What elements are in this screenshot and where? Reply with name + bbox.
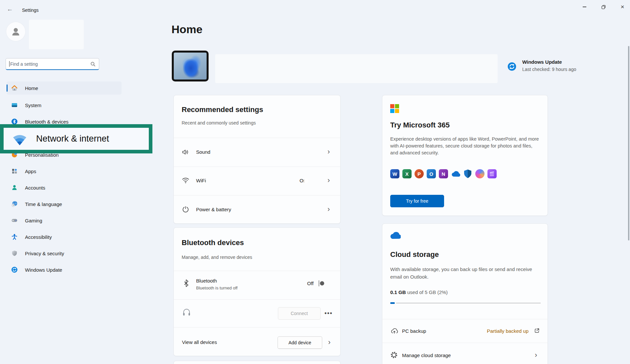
annotation-highlight-network-internet[interactable]: Network & internet <box>0 124 152 153</box>
scrollbar[interactable] <box>628 46 629 240</box>
windows-update-status-detail: Last checked: 9 hours ago <box>522 67 576 72</box>
minimize-button[interactable] <box>577 1 592 12</box>
system-icon <box>11 102 18 108</box>
windows-update-status-title[interactable]: Windows Update <box>522 59 562 65</box>
microsoft-365-card: Try Microsoft 365 Experience desktop ver… <box>382 95 548 216</box>
bluetooth-state-label: Off <box>307 281 314 286</box>
row-label: Sound <box>196 149 210 155</box>
card-title: Try Microsoft 365 <box>390 121 450 129</box>
window-title: Settings <box>22 8 39 13</box>
connect-button[interactable]: Connect <box>278 307 321 320</box>
word-icon: W <box>390 169 399 178</box>
storage-progress-fill <box>390 302 395 304</box>
sidebar-item-label: Apps <box>25 169 36 174</box>
row-label: PC backup <box>402 328 426 334</box>
settings-window: ← Settings × <box>0 0 630 364</box>
cloud-storage-card: Cloud storage With available storage, yo… <box>382 223 548 364</box>
storage-usage-text: 0.1 GB used of 5 GB (2%) <box>390 289 448 295</box>
power-battery-row[interactable]: Power & battery › <box>174 195 340 224</box>
sidebar-item-time-language[interactable]: Time & language <box>7 197 122 211</box>
device-wallpaper-thumbnail <box>172 51 209 81</box>
sidebar-item-system[interactable]: System <box>7 99 122 112</box>
accessibility-icon <box>11 234 18 240</box>
pc-backup-row[interactable]: PC backup Partially backed up <box>382 319 548 343</box>
chevron-right-icon: › <box>535 352 537 358</box>
sidebar-item-windows-update[interactable]: Windows Update <box>7 263 122 276</box>
sidebar-item-label: Bluetooth & devices <box>25 119 69 125</box>
sidebar-item-privacy-security[interactable]: Privacy & security <box>7 247 122 260</box>
bluetooth-toggle[interactable] <box>319 280 319 286</box>
row-label: Bluetooth <box>196 278 217 284</box>
bluetooth-toggle-row[interactable]: Bluetooth Bluetooth is turned off Off <box>174 271 340 299</box>
storage-used-value: 0.1 GB <box>390 289 406 295</box>
m365-app-icons-row: W X P O N <box>390 169 497 178</box>
globe-clock-icon <box>11 201 18 207</box>
card-description: With available storage, you can back up … <box>390 265 541 281</box>
copilot-icon <box>475 169 484 178</box>
sidebar-item-home[interactable]: Home <box>7 81 122 95</box>
back-button[interactable]: ← <box>5 4 15 14</box>
add-device-button[interactable]: Add device <box>278 336 322 349</box>
selected-indicator <box>7 84 8 92</box>
row-sublabel: Bluetooth is turned off <box>196 285 237 290</box>
paired-device-row: Connect ••• <box>174 299 340 327</box>
onenote-icon: N <box>439 169 448 178</box>
page-title: Home <box>171 23 202 36</box>
try-for-free-button[interactable]: Try for free <box>390 195 444 207</box>
apps-icon <box>11 168 18 174</box>
chevron-right-icon: › <box>327 148 330 155</box>
device-info-placeholder <box>215 54 498 83</box>
excel-icon: X <box>402 169 412 178</box>
card-title: Bluetooth devices <box>182 239 244 247</box>
sidebar-item-label: System <box>25 102 41 108</box>
more-options-button[interactable]: ••• <box>325 310 333 317</box>
backup-status-badge: Partially backed up <box>468 328 529 334</box>
clipchamp-icon <box>487 169 497 178</box>
text-cursor <box>9 61 10 67</box>
avatar[interactable] <box>6 22 25 41</box>
microsoft-logo-icon <box>390 104 399 114</box>
speaker-icon <box>182 148 190 156</box>
bluetooth-devices-card: Bluetooth devices Manage, add, and remov… <box>173 227 341 356</box>
sidebar-item-gaming[interactable]: Gaming <box>7 214 122 227</box>
wifi-row[interactable]: WiFi On › <box>174 167 340 195</box>
row-label: Manage cloud storage <box>402 353 451 358</box>
chevron-right-icon: › <box>328 339 330 346</box>
row-label: Power & battery <box>196 207 231 212</box>
sidebar-item-label: Privacy & security <box>25 251 64 256</box>
restore-icon <box>601 5 606 9</box>
sidebar-item-label: Time & language <box>25 201 62 207</box>
chevron-right-icon: › <box>327 206 330 213</box>
sidebar-item-label: Home <box>25 85 38 91</box>
search-icon <box>90 61 96 67</box>
accounts-icon <box>11 184 18 191</box>
card-subtitle: Manage, add, and remove devices <box>182 255 252 260</box>
restore-button[interactable] <box>596 1 611 12</box>
gamepad-icon <box>11 217 18 224</box>
view-all-devices-row[interactable]: View all devices Add device › <box>174 327 340 356</box>
manage-cloud-storage-row[interactable]: Manage cloud storage › <box>382 343 548 364</box>
search-input[interactable] <box>10 61 90 67</box>
next-card-partial <box>173 361 341 364</box>
power-icon <box>182 206 189 213</box>
card-description: Experience desktop versions of apps like… <box>390 136 541 156</box>
close-button[interactable]: × <box>615 1 630 12</box>
cloud-upload-icon <box>390 327 398 335</box>
search-box[interactable] <box>6 58 99 70</box>
sidebar-item-apps[interactable]: Apps <box>7 165 122 178</box>
card-subtitle: Recent and commonly used settings <box>182 120 256 125</box>
row-label: WiFi <box>196 178 206 183</box>
row-label: View all devices <box>182 339 217 345</box>
sidebar-item-accounts[interactable]: Accounts <box>7 181 122 194</box>
sidebar-item-label: Gaming <box>25 218 42 223</box>
wifi-icon <box>182 177 190 184</box>
sync-icon <box>11 266 18 273</box>
sidebar-item-label: Accounts <box>25 185 45 191</box>
powerpoint-icon: P <box>415 169 424 178</box>
shield-icon <box>11 250 18 257</box>
external-link-icon <box>534 328 540 334</box>
headphones-icon <box>182 308 191 317</box>
sound-row[interactable]: Sound › <box>174 138 340 167</box>
user-icon <box>10 26 21 37</box>
sidebar-item-accessibility[interactable]: Accessibility <box>7 230 122 243</box>
